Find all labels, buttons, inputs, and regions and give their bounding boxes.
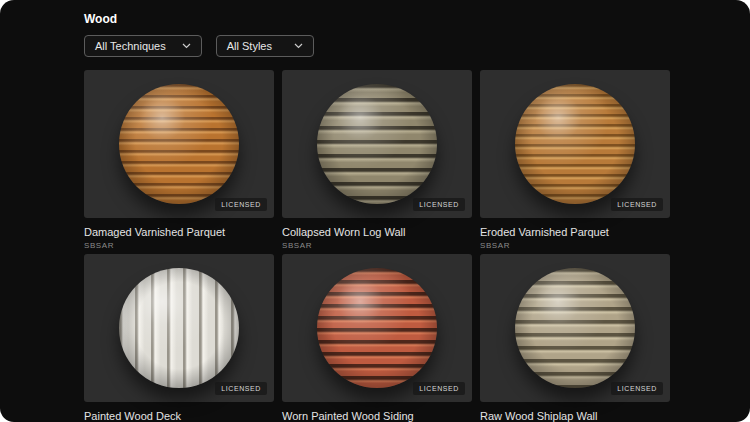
material-card[interactable]: LICENSED Eroded Varnished Parquet SBSAR [480, 70, 670, 254]
content-area: Wood All Techniques All Styles LICENSED [84, 12, 670, 422]
licensed-badge: LICENSED [413, 198, 465, 211]
assets-panel: Wood All Techniques All Styles LICENSED [0, 0, 750, 422]
licensed-badge: LICENSED [611, 198, 663, 211]
material-tile[interactable]: LICENSED [480, 70, 670, 218]
chevron-down-icon [294, 43, 303, 49]
styles-dropdown[interactable]: All Styles [216, 35, 314, 57]
chevron-down-icon [182, 43, 191, 49]
licensed-badge: LICENSED [215, 198, 267, 211]
styles-dropdown-label: All Styles [227, 40, 272, 52]
material-sphere-preview [317, 84, 437, 204]
material-format: SBSAR [282, 241, 472, 250]
material-sphere-preview [119, 268, 239, 388]
techniques-dropdown[interactable]: All Techniques [84, 35, 202, 57]
material-sphere-preview [119, 84, 239, 204]
material-format: SBSAR [84, 241, 274, 250]
material-sphere-preview [515, 268, 635, 388]
material-card[interactable]: LICENSED Raw Wood Shiplap Wall SBSAR [480, 254, 670, 422]
material-title: Eroded Varnished Parquet [480, 226, 670, 238]
material-sphere-preview [515, 84, 635, 204]
material-tile[interactable]: LICENSED [84, 254, 274, 402]
page-title: Wood [84, 12, 670, 26]
materials-grid: LICENSED Damaged Varnished Parquet SBSAR… [84, 70, 670, 422]
material-title: Raw Wood Shiplap Wall [480, 410, 670, 422]
filter-bar: All Techniques All Styles [84, 35, 670, 57]
licensed-badge: LICENSED [611, 382, 663, 395]
material-card[interactable]: LICENSED Damaged Varnished Parquet SBSAR [84, 70, 274, 254]
material-title: Damaged Varnished Parquet [84, 226, 274, 238]
material-card[interactable]: LICENSED Collapsed Worn Log Wall SBSAR [282, 70, 472, 254]
material-card[interactable]: LICENSED Worn Painted Wood Siding SBSAR [282, 254, 472, 422]
techniques-dropdown-label: All Techniques [95, 40, 166, 52]
material-tile[interactable]: LICENSED [84, 70, 274, 218]
material-title: Painted Wood Deck [84, 410, 274, 422]
licensed-badge: LICENSED [413, 382, 465, 395]
material-format: SBSAR [480, 241, 670, 250]
material-tile[interactable]: LICENSED [282, 70, 472, 218]
material-card[interactable]: LICENSED Painted Wood Deck SBSAR [84, 254, 274, 422]
material-tile[interactable]: LICENSED [480, 254, 670, 402]
material-tile[interactable]: LICENSED [282, 254, 472, 402]
licensed-badge: LICENSED [215, 382, 267, 395]
material-sphere-preview [317, 268, 437, 388]
material-title: Worn Painted Wood Siding [282, 410, 472, 422]
material-title: Collapsed Worn Log Wall [282, 226, 472, 238]
